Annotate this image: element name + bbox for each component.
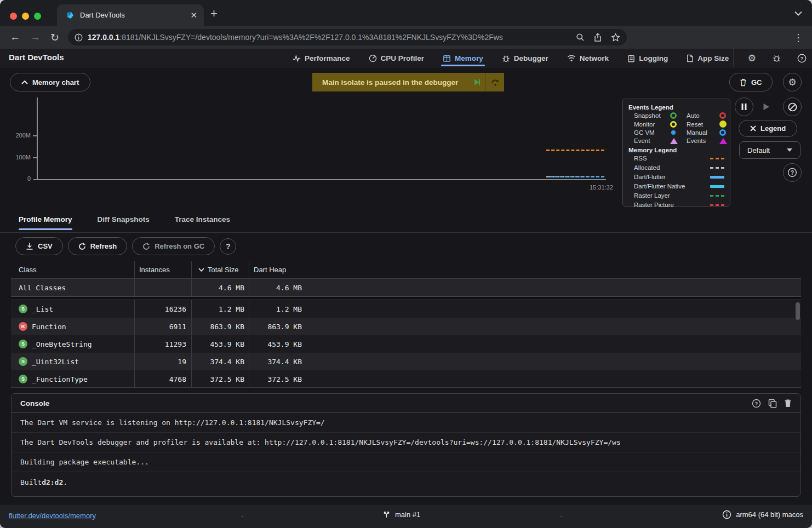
devtools-header-actions: ⚙ ? <box>733 49 807 67</box>
y-tick-100m: 100M <box>10 154 31 160</box>
nav-tab-debugger[interactable]: Debugger <box>502 49 548 67</box>
interval-dropdown[interactable]: Default <box>739 141 800 159</box>
nav-tab-performance[interactable]: Performance <box>293 49 350 67</box>
separator-dot: · <box>560 512 562 520</box>
tab-trace-instances[interactable]: Trace Instances <box>175 215 230 230</box>
devtools-nav: Performance CPU Profiler Memory Debugger… <box>293 49 729 67</box>
platform-info: arm64 (64 bit) macos <box>722 510 803 519</box>
y-tick-0: 0 <box>10 175 31 182</box>
devtools-header: Dart DevTools Performance CPU Profiler M… <box>0 49 812 67</box>
cpu-profiler-icon <box>369 54 377 62</box>
legend-toggle-button[interactable]: Legend <box>739 120 797 137</box>
chart-timestamp: 15:31:32 <box>590 184 613 191</box>
dart-flutter-swatch <box>710 176 724 179</box>
site-info-icon[interactable] <box>75 33 83 42</box>
url-bar[interactable]: 127.0.0.1:8181/NKJLSvsyFZY=/devtools/mem… <box>68 29 627 45</box>
table-row[interactable]: S_FunctionType 4768 372.5 KB 372.5 KB <box>11 370 801 388</box>
y-tick-200m: 200M <box>10 132 31 139</box>
column-header-instances[interactable]: Instances <box>135 261 192 278</box>
x-axis <box>33 179 606 180</box>
console-help-icon[interactable]: ? <box>752 399 761 408</box>
back-button[interactable]: ← <box>10 31 20 43</box>
table-row[interactable]: S_OneByteString 11293 453.9 KB 453.9 KB <box>11 335 801 353</box>
profile-tab-bar: Profile Memory Diff Snapshots Trace Inst… <box>19 215 230 230</box>
pause-icon <box>741 104 747 110</box>
chart-settings-button[interactable]: ⚙ <box>783 73 802 91</box>
class-kind-badge: R <box>19 322 27 331</box>
tab-profile-memory[interactable]: Profile Memory <box>19 215 72 230</box>
url-text[interactable]: 127.0.0.1:8181/NKJLSvsyFZY=/devtools/mem… <box>88 33 503 42</box>
clear-console-icon[interactable] <box>784 399 792 408</box>
step-over-button[interactable] <box>485 73 504 91</box>
memory-chart-collapse-button[interactable]: Memory chart <box>10 73 90 91</box>
table-row-all-classes[interactable]: All Classes 4.6 MB 4.6 MB <box>11 279 801 296</box>
legend-item-event: Event <box>634 137 670 144</box>
nav-tab-cpu-profiler[interactable]: CPU Profiler <box>369 49 425 67</box>
nav-tab-memory[interactable]: Memory <box>443 49 483 67</box>
table-row[interactable]: RFunction 6911 863.9 KB 863.9 KB <box>11 318 801 335</box>
rss-series-line <box>546 150 604 151</box>
column-header-dart-heap[interactable]: Dart Heap <box>249 261 801 278</box>
class-kind-badge: S <box>19 340 27 348</box>
report-bug-icon[interactable] <box>773 54 781 62</box>
table-row[interactable]: S_Uint32List 19 374.4 KB 374.4 KB <box>11 353 801 370</box>
class-kind-badge: S <box>19 357 27 366</box>
window-controls <box>10 13 41 20</box>
tab-close-icon[interactable]: ✕ <box>190 10 197 20</box>
resume-chart-button[interactable] <box>757 97 775 116</box>
pause-chart-button[interactable] <box>735 97 753 116</box>
console-line: The Dart DevTools debugger and profiler … <box>12 433 800 452</box>
isolate-selector[interactable]: main #1 <box>382 510 420 519</box>
resume-button[interactable] <box>468 73 485 91</box>
legend-item-events: Events <box>687 137 719 144</box>
raster-picture-swatch <box>710 204 724 206</box>
raster-layer-swatch <box>710 195 724 197</box>
browser-tab[interactable]: Dart DevTools ✕ <box>57 4 204 26</box>
profile-help-button[interactable]: ? <box>220 238 236 255</box>
column-header-class[interactable]: Class <box>11 261 135 278</box>
minimize-window-button[interactable] <box>22 13 29 20</box>
play-icon <box>473 78 481 86</box>
gc-button[interactable]: GC <box>729 73 773 91</box>
bookmark-star-icon[interactable] <box>611 33 620 42</box>
refresh-icon <box>78 243 86 250</box>
refresh-on-gc-button[interactable]: Refresh on GC <box>132 237 215 255</box>
memory-icon <box>443 54 451 62</box>
tab-search-chevron-icon[interactable] <box>794 11 802 16</box>
table-scrollbar[interactable] <box>796 302 800 320</box>
chevron-down-icon <box>787 148 792 152</box>
settings-icon[interactable]: ⚙ <box>748 53 756 64</box>
dart-flutter-native-swatch <box>710 185 724 188</box>
refresh-button[interactable]: Refresh <box>68 237 127 255</box>
url-path: :8181/NKJLSvsyFZY=/devtools/memory?uri=w… <box>119 33 503 42</box>
nav-tab-network[interactable]: Network <box>567 49 609 67</box>
nav-tab-app-size[interactable]: App Size <box>687 49 729 67</box>
devtools-docs-link[interactable]: flutter.dev/devtools/memory <box>9 512 96 520</box>
dart-logo-icon <box>66 11 75 20</box>
chevron-up-icon <box>21 81 28 84</box>
events-legend-title: Events Legend <box>628 104 724 111</box>
close-window-button[interactable] <box>10 13 17 20</box>
clear-chart-button[interactable] <box>783 97 802 116</box>
legend-item-reset: Reset <box>687 121 719 128</box>
copy-icon[interactable] <box>768 399 777 408</box>
column-header-total-size[interactable]: Total Size <box>192 261 249 278</box>
gear-icon: ⚙ <box>788 77 796 88</box>
legend-item-rss: RSS <box>634 155 710 162</box>
tab-diff-snapshots[interactable]: Diff Snapshots <box>98 215 150 230</box>
table-row[interactable]: S_List 16236 1.2 MB 1.2 MB <box>11 300 801 318</box>
csv-button[interactable]: CSV <box>15 237 63 255</box>
reload-button[interactable]: ↻ <box>50 31 59 44</box>
chart-help-button[interactable]: ? <box>783 163 802 182</box>
forward-button[interactable]: → <box>30 31 41 43</box>
svg-text:?: ? <box>791 170 794 176</box>
nav-tab-logging[interactable]: Logging <box>627 49 668 67</box>
share-icon[interactable] <box>593 33 602 42</box>
url-host: 127.0.0.1 <box>88 33 119 42</box>
help-icon[interactable]: ? <box>797 54 807 63</box>
rss-swatch <box>710 158 724 159</box>
zoom-window-button[interactable] <box>34 13 41 20</box>
new-tab-button[interactable]: + <box>210 8 218 19</box>
browser-menu-icon[interactable]: ⋮ <box>793 32 803 44</box>
search-icon[interactable] <box>576 33 585 42</box>
